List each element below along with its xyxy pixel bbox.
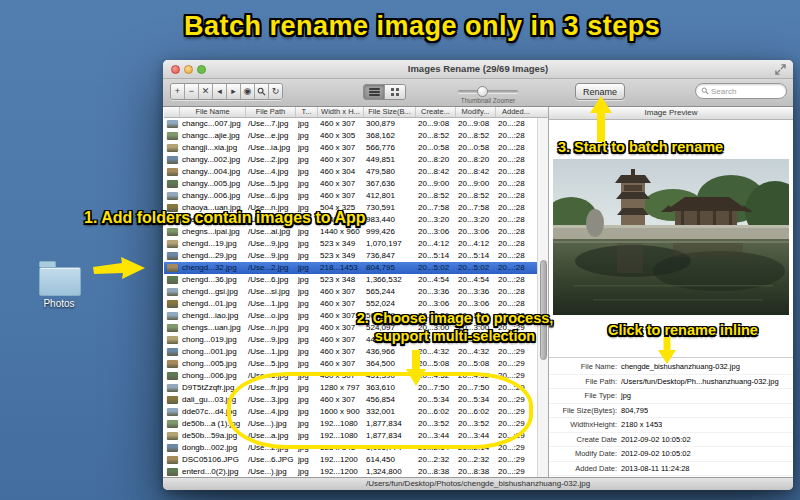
column-header[interactable]: File Size(B... — [364, 107, 416, 117]
metadata-row[interactable]: WidthxHeight: 2180 x 1453 — [549, 418, 793, 433]
table-row[interactable]: chengd...19.jpg /Use...9.jpg jpg 523 x 3… — [164, 238, 537, 250]
column-header[interactable] — [164, 107, 180, 117]
cell-added-date: 20...:29 — [496, 454, 536, 466]
table-row[interactable]: chong...005.jpg /Use...5.jpg jpg 460 x 3… — [164, 358, 537, 370]
metadata-value: 2012-09-02 10:05:02 — [617, 435, 691, 444]
cell-create-date: 20...8:38 — [416, 466, 456, 477]
cell-file-size: 983,440 — [364, 214, 416, 226]
table-row[interactable]: enterd...0(2).jpg /Use...).jpg jpg 192..… — [164, 466, 537, 477]
table-row[interactable]: DSC05106.JPG /Use...6.JPG jpg 192...1200… — [164, 454, 537, 466]
metadata-row[interactable]: File Path: /Users/fun/Desktop/Ph...husha… — [549, 375, 793, 390]
column-header[interactable]: Create... — [416, 107, 456, 117]
title-bar[interactable]: Images Rename (29/69 Images) — [163, 60, 793, 79]
refresh-button[interactable]: ↻ — [269, 84, 282, 99]
cell-create-date: 20...8:20 — [416, 154, 456, 166]
cell-added-date: 20...:28 — [496, 238, 536, 250]
cell-type: jpg — [296, 310, 318, 322]
cell-type: jpg — [296, 226, 318, 238]
table-row[interactable]: changy...006.jpg /Use...6.jpg jpg 460 x … — [164, 190, 537, 202]
cell-file-path: /Use...1.jpg — [246, 298, 296, 310]
thumbnail-zoom-slider[interactable] — [458, 90, 518, 93]
cell-type: jpg — [296, 454, 318, 466]
cell-file-name: changy...004.jpg — [180, 166, 246, 178]
cell-file-path: /Use...7.jpg — [246, 118, 296, 130]
column-header[interactable]: File Name — [180, 107, 246, 117]
table-row[interactable]: changji...xia.jpg /Use...ia.jpg jpg 460 … — [164, 142, 537, 154]
cell-dimensions: 460 x 307 — [318, 118, 364, 130]
table-row[interactable]: chegns...ipai.jpg /Use...ai.jpg jpg 1440… — [164, 226, 537, 238]
grid-view-button[interactable] — [384, 85, 405, 99]
table-row[interactable]: chong...001.jpg /Use...1.jpg jpg 460 x 3… — [164, 346, 537, 358]
cell-file-path: /Use...5.jpg — [246, 178, 296, 190]
table-row[interactable]: changy...004.jpg /Use...4.jpg jpg 460 x … — [164, 166, 537, 178]
column-header[interactable]: T... — [296, 107, 318, 117]
cell-create-date: 20...4:54 — [416, 274, 456, 286]
slider-knob[interactable] — [477, 86, 488, 97]
cell-added-date: 20...:28 — [496, 166, 536, 178]
quicklook-button[interactable]: ◉ — [241, 84, 255, 99]
vertical-scrollbar[interactable] — [537, 118, 548, 477]
column-header[interactable]: Width x H... — [318, 107, 364, 117]
cell-file-name: changy...005.jpg — [180, 178, 246, 190]
thumbnail — [167, 384, 178, 392]
list-view-button[interactable] — [364, 85, 384, 99]
metadata-row[interactable]: Added Date: 2013-08-11 11:24:28 — [549, 462, 793, 477]
delete-button[interactable]: ✕ — [199, 84, 213, 99]
column-header[interactable]: File Path — [246, 107, 296, 117]
cell-added-date: 20...:28 — [496, 262, 536, 274]
cell-file-path: /Use...6.jpg — [246, 190, 296, 202]
remove-button[interactable]: − — [185, 84, 199, 99]
desktop: Photos Images Rename (29/69 Images) + − … — [0, 0, 800, 500]
cell-file-size: 1,366,532 — [364, 274, 416, 286]
cell-file-name: chengd...29.jpg — [180, 250, 246, 262]
search-icon — [701, 87, 709, 95]
forward-arrow-icon: ▸ — [231, 87, 236, 96]
back-button[interactable]: ◂ — [213, 84, 227, 99]
search-button[interactable] — [255, 84, 269, 99]
column-header[interactable]: Added... — [496, 107, 536, 117]
cell-file-name: chong...005.jpg — [180, 358, 246, 370]
cell-added-date: 20...:28 — [496, 142, 536, 154]
window-title: Images Rename (29/69 Images) — [163, 63, 793, 74]
grid-view-icon — [391, 88, 399, 96]
cell-create-date: 20...4:12 — [416, 238, 456, 250]
cell-file-size: 565,244 — [364, 286, 416, 298]
cell-modify-date: 20...5:02 — [456, 262, 496, 274]
table-row[interactable]: changc...ajie.jpg /Use...e.jpg jpg 460 x… — [164, 130, 537, 142]
cell-file-path: /Use...o.jpg — [246, 310, 296, 322]
cell-added-date: 20...:28 — [496, 226, 536, 238]
add-button[interactable]: + — [171, 84, 185, 99]
table-row[interactable]: chengd...gsi.jpg /Use...si.jpg jpg 460 x… — [164, 286, 537, 298]
cell-modify-date: 20...3:20 — [456, 214, 496, 226]
metadata-row[interactable]: File Size(Bytes): 804,795 — [549, 404, 793, 419]
table-header: File Name File Path T... Width x H... Fi… — [164, 107, 548, 118]
cell-file-size: 300,879 — [364, 118, 416, 130]
cell-dimensions: 460 x 307 — [318, 346, 364, 358]
cell-file-size: 736,847 — [364, 250, 416, 262]
cell-file-path: /Use...si.jpg — [246, 286, 296, 298]
column-header[interactable]: Modify... — [456, 107, 496, 117]
fullscreen-icon[interactable] — [775, 64, 786, 75]
table-row[interactable]: changc...007.jpg /Use...7.jpg jpg 460 x … — [164, 118, 537, 130]
metadata-row[interactable]: Create Date 2012-09-02 10:05:02 — [549, 433, 793, 448]
table-row[interactable]: chengd...32.jpg /Use...2.jpg jpg 218...1… — [164, 262, 537, 274]
cell-create-date: 20...9:00 — [416, 178, 456, 190]
photos-folder-icon[interactable] — [39, 261, 81, 296]
table-row[interactable]: chengd...36.jpg /Use...6.jpg jpg 523 x 3… — [164, 274, 537, 286]
table-row[interactable]: chengd...29.jpg /Use...9.jpg jpg 523 x 3… — [164, 250, 537, 262]
forward-button[interactable]: ▸ — [227, 84, 241, 99]
table-row[interactable]: changy...002.jpg /Use...2.jpg jpg 460 x … — [164, 154, 537, 166]
metadata-row[interactable]: File Type: jpg — [549, 389, 793, 404]
cell-type: jpg — [296, 346, 318, 358]
thumbnail — [167, 144, 178, 152]
cell-modify-date: 20...4:12 — [456, 238, 496, 250]
table-row[interactable]: changy...005.jpg /Use...5.jpg jpg 460 x … — [164, 178, 537, 190]
metadata-row[interactable]: Modify Date: 2012-09-02 10:05:02 — [549, 447, 793, 462]
cell-create-date: 20...3:20 — [416, 214, 456, 226]
cell-dimensions: 460 x 307 — [318, 286, 364, 298]
search-input[interactable] — [711, 87, 781, 96]
search-field[interactable] — [695, 83, 787, 99]
cell-create-date: 20...5:02 — [416, 262, 456, 274]
step3-annotation: 3. Start to batch rename — [558, 139, 723, 155]
cell-file-path: /Use...2.jpg — [246, 262, 296, 274]
